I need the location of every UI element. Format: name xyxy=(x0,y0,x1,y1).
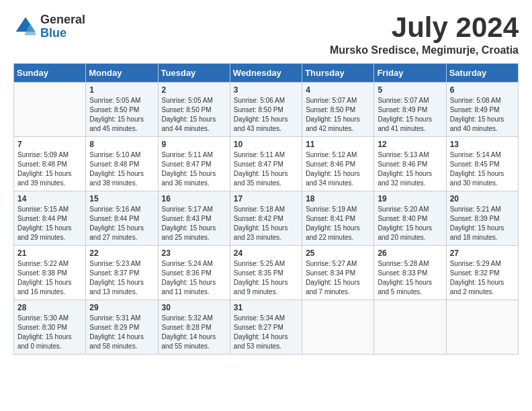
cell-content: Sunrise: 5:24 AM Sunset: 8:36 PM Dayligh… xyxy=(162,259,226,297)
calendar-cell: 27Sunrise: 5:29 AM Sunset: 8:32 PM Dayli… xyxy=(446,246,518,300)
cell-content: Sunrise: 5:15 AM Sunset: 8:44 PM Dayligh… xyxy=(17,205,82,242)
cell-content: Sunrise: 5:17 AM Sunset: 8:43 PM Dayligh… xyxy=(162,205,226,242)
day-number: 30 xyxy=(162,303,226,312)
calendar-cell: 30Sunrise: 5:32 AM Sunset: 8:28 PM Dayli… xyxy=(158,300,230,355)
day-number: 9 xyxy=(162,140,226,149)
calendar-cell: 21Sunrise: 5:22 AM Sunset: 8:38 PM Dayli… xyxy=(14,246,86,300)
calendar-cell xyxy=(14,83,86,137)
cell-content: Sunrise: 5:09 AM Sunset: 8:48 PM Dayligh… xyxy=(17,150,82,188)
day-number: 10 xyxy=(234,140,298,149)
cell-content: Sunrise: 5:07 AM Sunset: 8:50 PM Dayligh… xyxy=(306,96,370,134)
calendar-title: July 2024 xyxy=(330,13,519,42)
cell-content: Sunrise: 5:13 AM Sunset: 8:46 PM Dayligh… xyxy=(378,150,442,188)
cell-content: Sunrise: 5:23 AM Sunset: 8:37 PM Dayligh… xyxy=(89,259,154,297)
logo-text: General Blue xyxy=(40,13,85,40)
page-header: General Blue July 2024 Mursko Sredisce, … xyxy=(13,13,519,56)
cell-content: Sunrise: 5:22 AM Sunset: 8:38 PM Dayligh… xyxy=(17,259,82,297)
day-number: 27 xyxy=(450,248,515,258)
calendar-cell: 14Sunrise: 5:15 AM Sunset: 8:44 PM Dayli… xyxy=(14,191,86,246)
day-number: 13 xyxy=(450,140,515,149)
calendar-cell: 15Sunrise: 5:16 AM Sunset: 8:44 PM Dayli… xyxy=(86,191,158,246)
day-number: 2 xyxy=(162,85,226,95)
calendar-week-row: 1Sunrise: 5:05 AM Sunset: 8:50 PM Daylig… xyxy=(14,83,519,137)
calendar-cell xyxy=(374,300,446,355)
day-number: 31 xyxy=(234,303,298,312)
calendar-cell xyxy=(302,300,374,355)
day-number: 19 xyxy=(378,194,442,203)
logo: General Blue xyxy=(13,13,85,40)
logo-icon xyxy=(13,15,38,39)
cell-content: Sunrise: 5:07 AM Sunset: 8:49 PM Dayligh… xyxy=(378,96,442,134)
calendar-cell: 16Sunrise: 5:17 AM Sunset: 8:43 PM Dayli… xyxy=(158,191,230,246)
calendar-cell: 4Sunrise: 5:07 AM Sunset: 8:50 PM Daylig… xyxy=(302,83,374,137)
day-number: 20 xyxy=(450,194,515,203)
calendar-subtitle: Mursko Sredisce, Megimurje, Croatia xyxy=(330,44,519,56)
calendar-cell: 9Sunrise: 5:11 AM Sunset: 8:47 PM Daylig… xyxy=(158,137,230,191)
weekday-header: Tuesday xyxy=(158,64,230,83)
day-number: 22 xyxy=(89,248,154,258)
calendar-cell: 7Sunrise: 5:09 AM Sunset: 8:48 PM Daylig… xyxy=(14,137,86,191)
cell-content: Sunrise: 5:21 AM Sunset: 8:39 PM Dayligh… xyxy=(450,205,515,242)
day-number: 15 xyxy=(89,194,154,203)
cell-content: Sunrise: 5:08 AM Sunset: 8:49 PM Dayligh… xyxy=(450,96,515,134)
calendar-header: SundayMondayTuesdayWednesdayThursdayFrid… xyxy=(14,64,519,83)
day-number: 23 xyxy=(162,248,226,258)
calendar-cell: 11Sunrise: 5:12 AM Sunset: 8:46 PM Dayli… xyxy=(302,137,374,191)
cell-content: Sunrise: 5:20 AM Sunset: 8:40 PM Dayligh… xyxy=(378,205,442,242)
day-number: 17 xyxy=(234,194,298,203)
day-number: 11 xyxy=(306,140,370,149)
weekday-header: Monday xyxy=(86,64,158,83)
weekday-header: Sunday xyxy=(14,64,86,83)
day-number: 24 xyxy=(234,248,298,258)
cell-content: Sunrise: 5:31 AM Sunset: 8:29 PM Dayligh… xyxy=(89,314,154,351)
calendar-cell: 5Sunrise: 5:07 AM Sunset: 8:49 PM Daylig… xyxy=(374,83,446,137)
calendar-cell: 31Sunrise: 5:34 AM Sunset: 8:27 PM Dayli… xyxy=(230,300,302,355)
calendar-week-row: 28Sunrise: 5:30 AM Sunset: 8:30 PM Dayli… xyxy=(14,300,519,355)
calendar-table: SundayMondayTuesdayWednesdayThursdayFrid… xyxy=(13,63,519,355)
day-number: 21 xyxy=(17,248,82,258)
weekday-header: Thursday xyxy=(302,64,374,83)
cell-content: Sunrise: 5:05 AM Sunset: 8:50 PM Dayligh… xyxy=(89,96,154,134)
day-number: 28 xyxy=(17,303,82,312)
calendar-cell xyxy=(446,300,518,355)
day-number: 14 xyxy=(17,194,82,203)
day-number: 25 xyxy=(306,248,370,258)
day-number: 1 xyxy=(89,85,154,95)
calendar-cell: 25Sunrise: 5:27 AM Sunset: 8:34 PM Dayli… xyxy=(302,246,374,300)
day-number: 4 xyxy=(306,85,370,95)
weekday-header: Friday xyxy=(374,64,446,83)
day-number: 12 xyxy=(378,140,442,149)
day-number: 16 xyxy=(162,194,226,203)
calendar-cell: 6Sunrise: 5:08 AM Sunset: 8:49 PM Daylig… xyxy=(446,83,518,137)
calendar-cell: 1Sunrise: 5:05 AM Sunset: 8:50 PM Daylig… xyxy=(86,83,158,137)
calendar-week-row: 7Sunrise: 5:09 AM Sunset: 8:48 PM Daylig… xyxy=(14,137,519,191)
calendar-week-row: 14Sunrise: 5:15 AM Sunset: 8:44 PM Dayli… xyxy=(14,191,519,246)
calendar-cell: 17Sunrise: 5:18 AM Sunset: 8:42 PM Dayli… xyxy=(230,191,302,246)
cell-content: Sunrise: 5:30 AM Sunset: 8:30 PM Dayligh… xyxy=(17,314,82,351)
cell-content: Sunrise: 5:28 AM Sunset: 8:33 PM Dayligh… xyxy=(378,259,442,297)
day-number: 8 xyxy=(89,140,154,149)
cell-content: Sunrise: 5:14 AM Sunset: 8:45 PM Dayligh… xyxy=(450,150,515,188)
calendar-cell: 13Sunrise: 5:14 AM Sunset: 8:45 PM Dayli… xyxy=(446,137,518,191)
day-number: 29 xyxy=(89,303,154,312)
calendar-cell: 28Sunrise: 5:30 AM Sunset: 8:30 PM Dayli… xyxy=(14,300,86,355)
calendar-week-row: 21Sunrise: 5:22 AM Sunset: 8:38 PM Dayli… xyxy=(14,246,519,300)
calendar-cell: 10Sunrise: 5:11 AM Sunset: 8:47 PM Dayli… xyxy=(230,137,302,191)
calendar-cell: 23Sunrise: 5:24 AM Sunset: 8:36 PM Dayli… xyxy=(158,246,230,300)
calendar-cell: 18Sunrise: 5:19 AM Sunset: 8:41 PM Dayli… xyxy=(302,191,374,246)
title-block: July 2024 Mursko Sredisce, Megimurje, Cr… xyxy=(330,13,519,56)
calendar-cell: 3Sunrise: 5:06 AM Sunset: 8:50 PM Daylig… xyxy=(230,83,302,137)
calendar-cell: 24Sunrise: 5:25 AM Sunset: 8:35 PM Dayli… xyxy=(230,246,302,300)
cell-content: Sunrise: 5:16 AM Sunset: 8:44 PM Dayligh… xyxy=(89,205,154,242)
cell-content: Sunrise: 5:05 AM Sunset: 8:50 PM Dayligh… xyxy=(162,96,226,134)
calendar-cell: 26Sunrise: 5:28 AM Sunset: 8:33 PM Dayli… xyxy=(374,246,446,300)
weekday-header: Saturday xyxy=(446,64,518,83)
calendar-cell: 2Sunrise: 5:05 AM Sunset: 8:50 PM Daylig… xyxy=(158,83,230,137)
calendar-cell: 29Sunrise: 5:31 AM Sunset: 8:29 PM Dayli… xyxy=(86,300,158,355)
day-number: 18 xyxy=(306,194,370,203)
day-number: 6 xyxy=(450,85,515,95)
cell-content: Sunrise: 5:12 AM Sunset: 8:46 PM Dayligh… xyxy=(306,150,370,188)
calendar-cell: 20Sunrise: 5:21 AM Sunset: 8:39 PM Dayli… xyxy=(446,191,518,246)
cell-content: Sunrise: 5:19 AM Sunset: 8:41 PM Dayligh… xyxy=(306,205,370,242)
day-number: 7 xyxy=(17,140,82,149)
